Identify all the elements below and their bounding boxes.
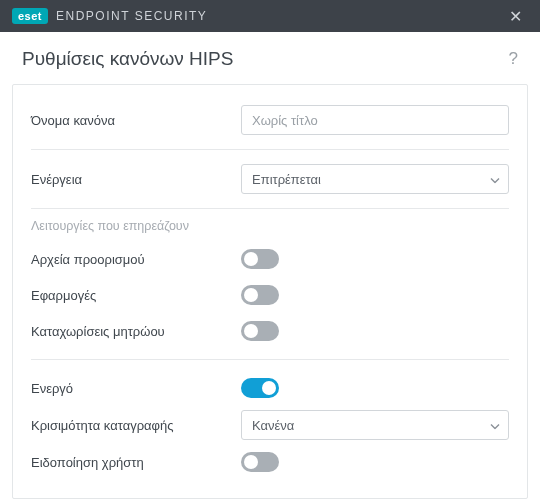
close-icon[interactable]: ✕: [503, 3, 528, 30]
divider: [31, 208, 509, 209]
severity-select-value: Κανένα: [252, 418, 294, 433]
header: Ρυθμίσεις κανόνων HIPS ?: [0, 32, 540, 84]
settings-panel: Όνομα κανόνα Ενέργεια Επιτρέπεται Λειτου…: [12, 84, 528, 499]
chevron-down-icon: [490, 418, 500, 433]
titlebar: eset ENDPOINT SECURITY ✕: [0, 0, 540, 32]
apps-toggle[interactable]: [241, 285, 279, 305]
section-header: Λειτουργίες που επηρεάζουν: [31, 219, 509, 233]
severity-label: Κρισιμότητα καταγραφής: [31, 418, 241, 433]
row-registry: Καταχωρίσεις μητρώου: [31, 313, 509, 349]
notify-toggle[interactable]: [241, 452, 279, 472]
divider: [31, 359, 509, 360]
page-title: Ρυθμίσεις κανόνων HIPS: [22, 48, 509, 70]
row-severity: Κρισιμότητα καταγραφής Κανένα: [31, 406, 509, 444]
brand-badge: eset: [12, 8, 48, 24]
enabled-toggle[interactable]: [241, 378, 279, 398]
row-action: Ενέργεια Επιτρέπεται: [31, 160, 509, 198]
divider: [31, 149, 509, 150]
severity-select[interactable]: Κανένα: [241, 410, 509, 440]
help-icon[interactable]: ?: [509, 49, 518, 69]
rule-name-input[interactable]: [241, 105, 509, 135]
apps-label: Εφαρμογές: [31, 288, 241, 303]
dest-files-toggle[interactable]: [241, 249, 279, 269]
action-label: Ενέργεια: [31, 172, 241, 187]
action-select[interactable]: Επιτρέπεται: [241, 164, 509, 194]
notify-label: Ειδοποίηση χρήστη: [31, 455, 241, 470]
row-enabled: Ενεργό: [31, 370, 509, 406]
chevron-down-icon: [490, 172, 500, 187]
row-apps: Εφαρμογές: [31, 277, 509, 313]
registry-label: Καταχωρίσεις μητρώου: [31, 324, 241, 339]
row-notify: Ειδοποίηση χρήστη: [31, 444, 509, 480]
rule-name-label: Όνομα κανόνα: [31, 113, 241, 128]
brand-text: ENDPOINT SECURITY: [56, 9, 207, 23]
row-rule-name: Όνομα κανόνα: [31, 101, 509, 139]
action-select-value: Επιτρέπεται: [252, 172, 321, 187]
registry-toggle[interactable]: [241, 321, 279, 341]
row-dest-files: Αρχεία προορισμού: [31, 241, 509, 277]
enabled-label: Ενεργό: [31, 381, 241, 396]
dest-files-label: Αρχεία προορισμού: [31, 252, 241, 267]
